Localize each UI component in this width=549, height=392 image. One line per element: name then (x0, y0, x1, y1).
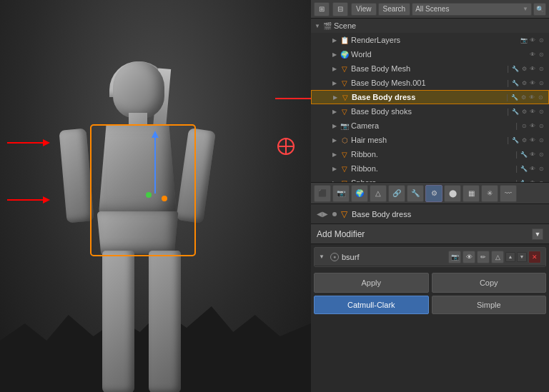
ribbon2-tool-icon[interactable]: 🔧 (520, 165, 528, 172)
tree-item-basebodydress[interactable]: ▶ ▽ Base Body dress | 🔧 ⚙ 👁 ⊙ (311, 90, 549, 104)
props-btn-physics[interactable]: 〰 (500, 185, 517, 202)
modifier-editmode-btn[interactable]: ✏ (477, 251, 490, 263)
renderlayers-icon: 📋 (340, 35, 350, 45)
props-btn-render[interactable]: 📷 (332, 185, 350, 202)
char-arm-right (176, 127, 216, 223)
renderlayers-eye-icon[interactable]: 👁 (529, 36, 536, 44)
hairmesh-eye-icon[interactable]: 👁 (529, 136, 536, 144)
copy-button[interactable]: Copy (432, 273, 547, 293)
tree-item-basebodyshoks[interactable]: ▶ ▽ Base Body shoks | 🔧 ⚙ 👁 ⊙ (311, 104, 549, 119)
renderlayers-restrict-icon[interactable]: ⊙ (538, 36, 545, 44)
ribbon2-eye-icon[interactable]: 👁 (529, 165, 536, 172)
modifier-move-up-btn[interactable]: ▲ (505, 252, 515, 262)
search-icon-btn[interactable]: 🔍 (533, 3, 546, 16)
modifier-render-btn[interactable]: 📷 (448, 251, 461, 263)
hairmesh-restrict-icon[interactable]: ⊙ (538, 136, 545, 144)
viewport-3d[interactable] (0, 0, 311, 392)
hairmesh-expand[interactable]: ▶ (331, 136, 338, 144)
ribbon-tool-icon[interactable]: 🔧 (520, 151, 528, 158)
modifier-view-btn[interactable]: 👁 (463, 251, 475, 263)
tree-item-sphere[interactable]: ▶ ▽ Sphere | 🔧 👁 ⊙ (311, 176, 549, 183)
camera-eye-icon[interactable]: 👁 (529, 122, 536, 129)
world-expand[interactable]: ▶ (331, 51, 338, 58)
simple-btn[interactable]: Simple (432, 296, 547, 314)
world-eye-icon[interactable]: 👁 (529, 51, 536, 58)
basebody001-expand[interactable]: ▶ (331, 79, 338, 86)
add-modifier-dropdown[interactable]: ▼ (532, 228, 543, 240)
outliner-panel[interactable]: ▼ 🎬 Scene ▶ 📋 RenderLayers 📷 👁 ⊙ ▶ 🌍 Wor… (311, 19, 549, 183)
hairmesh-tool-icon[interactable]: 🔧 (512, 136, 519, 144)
tree-item-world[interactable]: ▶ 🌍 World 👁 ⊙ (311, 47, 549, 61)
pipe-7: | (515, 150, 518, 159)
tree-item-ribbon2[interactable]: ▶ ▽ Ribbon. | 🔧 👁 ⊙ (311, 161, 549, 176)
tree-item-scene[interactable]: ▼ 🎬 Scene (311, 19, 549, 33)
props-btn-constraints[interactable]: 🔗 (388, 185, 405, 202)
ribbon-icon: ▽ (340, 149, 350, 159)
props-btn-object[interactable]: △ (370, 185, 387, 202)
basebody-eye-icon[interactable]: 👁 (529, 65, 536, 72)
scene-label-text: Scene (334, 21, 546, 30)
pipe-3: | (506, 93, 508, 101)
basebodyshoks-wrench-icon[interactable]: ⚙ (520, 108, 528, 115)
modifier-delete-btn[interactable]: ✕ (528, 251, 541, 263)
tree-item-basebody[interactable]: ▶ ▽ Base Body Mesh | 🔧 ⚙ 👁 ⊙ (311, 61, 549, 76)
props-btn-material[interactable]: ⬤ (444, 185, 461, 202)
tree-item-renderlayers[interactable]: ▶ 📋 RenderLayers 📷 👁 ⊙ (311, 33, 549, 47)
catmull-clark-btn[interactable]: Catmull-Clark (314, 296, 429, 314)
basebody001-restrict-icon[interactable]: ⊙ (538, 79, 545, 86)
basebodydress-restrict-icon[interactable]: ⊙ (537, 94, 544, 101)
char-leg-left (102, 251, 134, 393)
basebody-expand[interactable]: ▶ (331, 65, 338, 72)
outliner-sort-btn[interactable]: ⊟ (332, 2, 348, 16)
world-restrict-icon[interactable]: ⊙ (538, 51, 545, 58)
camera-restrict-icon[interactable]: ⊙ (538, 122, 545, 129)
ribbon-eye-icon[interactable]: 👁 (529, 151, 536, 158)
tree-item-camera[interactable]: ▶ 📷 Camera | ⊙ 👁 ⊙ (311, 119, 549, 133)
scene-props-icon: ⬛ (318, 189, 327, 197)
camera-settings-icon[interactable]: ⊙ (520, 122, 528, 129)
props-btn-modifiers[interactable]: 🔧 (407, 185, 424, 202)
ribbon2-restrict-icon[interactable]: ⊙ (538, 165, 545, 172)
basebodyshoks-tool-icon[interactable]: 🔧 (512, 108, 519, 115)
layout-icon: ⊞ (319, 5, 325, 13)
modifier-collapse-btn[interactable]: ▼ (319, 253, 327, 261)
basebody001-tool-icon[interactable]: 🔧 (512, 79, 519, 86)
basebodyshoks-restrict-icon[interactable]: ⊙ (538, 108, 545, 115)
basebody001-eye-icon[interactable]: 👁 (529, 79, 536, 86)
modifier-move-down-btn[interactable]: ▼ (517, 252, 527, 262)
search-button[interactable]: Search (378, 3, 411, 16)
basebodydress-expand[interactable]: ▶ (332, 94, 339, 101)
props-btn-texture[interactable]: ▦ (463, 185, 480, 202)
ribbon-label: Ribbon. (351, 150, 513, 159)
renderlayers-expand[interactable]: ▶ (331, 36, 338, 44)
basebody-tool-icon[interactable]: 🔧 (512, 65, 519, 72)
ribbon2-expand[interactable]: ▶ (331, 165, 338, 172)
apply-button[interactable]: Apply (314, 273, 429, 293)
props-btn-particles[interactable]: ✳ (481, 185, 498, 202)
tree-item-basebody001[interactable]: ▶ ▽ Base Body Mesh.001 | 🔧 ⚙ 👁 ⊙ (311, 76, 549, 90)
active-obj-arrows: ◀▶ (317, 210, 328, 218)
basebodydress-wrench-icon[interactable]: ⚙ (520, 94, 527, 101)
basebody001-wrench-icon[interactable]: ⚙ (520, 79, 528, 86)
props-btn-data[interactable]: ⚙ (425, 185, 442, 202)
tree-item-hairmesh[interactable]: ▶ ⬡ Hair mesh | 🔧 ⚙ 👁 ⊙ (311, 133, 549, 147)
basebody-restrict-icon[interactable]: ⊙ (538, 65, 545, 72)
basebodyshoks-eye-icon[interactable]: 👁 (529, 108, 536, 115)
modifier-enable-btn[interactable]: ● (330, 253, 339, 261)
ribbon-expand[interactable]: ▶ (331, 151, 338, 158)
ribbon-restrict-icon[interactable]: ⊙ (538, 151, 545, 158)
scene-expand-icon[interactable]: ▼ (314, 22, 321, 29)
camera-expand[interactable]: ▶ (331, 122, 338, 129)
basebodyshoks-expand[interactable]: ▶ (331, 108, 338, 115)
modifier-cage-btn[interactable]: △ (491, 251, 504, 263)
hairmesh-wrench-icon[interactable]: ⚙ (520, 136, 528, 144)
basebodydress-tool-icon[interactable]: 🔧 (511, 94, 518, 101)
view-button[interactable]: View (351, 3, 377, 16)
basebody-wrench-icon[interactable]: ⚙ (520, 65, 528, 72)
props-btn-world[interactable]: 🌍 (351, 185, 368, 202)
dropdown-icon[interactable]: ▼ (523, 6, 528, 12)
outliner-layout-btn[interactable]: ⊞ (314, 2, 330, 16)
props-btn-scene[interactable]: ⬛ (314, 185, 331, 202)
basebodydress-eye-icon[interactable]: 👁 (528, 94, 535, 101)
tree-item-ribbon[interactable]: ▶ ▽ Ribbon. | 🔧 👁 ⊙ (311, 147, 549, 161)
